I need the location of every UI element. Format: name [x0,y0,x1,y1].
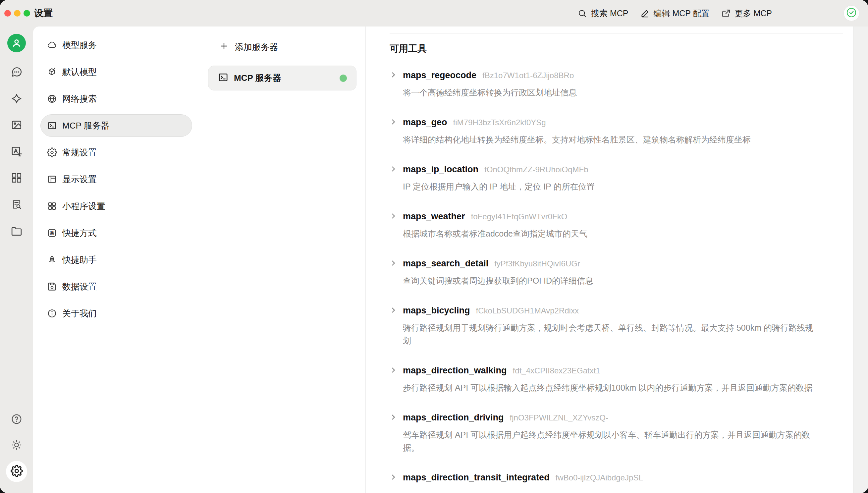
svg-text:⌘: ⌘ [49,230,55,236]
document-search-icon [10,198,23,212]
tool-row[interactable]: maps_direction_walking fdt_4xCPII8ex23EG… [390,364,843,394]
tool-id: fwBo0-ijIzQJAibdgeJpSL [556,471,643,485]
chevron-right-icon[interactable] [390,115,403,146]
help-icon [10,413,23,426]
translate-icon [10,146,23,159]
tool-id: fCkoLbSUDGH1MAvp2Rdixx [476,304,579,317]
sidebar-item-data[interactable]: 数据设置 [40,275,192,298]
edit-icon [641,9,649,18]
rocket-icon [47,255,57,265]
chevron-right-icon[interactable] [390,210,403,240]
rail-item-assistant[interactable] [10,92,23,106]
sidebar-item-web-search[interactable]: 网络搜索 [40,87,192,110]
sidebar-item-shortcuts[interactable]: ⌘ 快捷方式 [40,222,192,244]
sidebar-item-mcp-servers[interactable]: MCP 服务器 [40,114,192,137]
tool-id: fjnO3FPWILZNL_XZYvszQ- [510,411,608,424]
close-button[interactable] [4,10,11,17]
tool-name: maps_geo [403,115,447,129]
tool-row[interactable]: maps_search_detail fyPf3fKbyu8itHQivI6UG… [390,257,843,287]
server-status-dot [340,74,347,82]
scrollbar-track[interactable] [853,26,868,493]
sidebar-item-general[interactable]: 常规设置 [40,141,192,164]
tools-list: maps_regeocode fBz1o7W1ot1-6ZJijo8BRo 将一… [390,69,843,488]
sidebar-item-miniapps[interactable]: 小程序设置 [40,195,192,217]
mcp-server-card[interactable]: MCP 服务器 [208,66,356,90]
brightness-icon [10,439,23,452]
folder-icon [10,225,23,239]
tool-id: fdt_4xCPII8ex23EGatxt1 [513,364,600,378]
gear-icon [47,147,57,157]
plus-icon [220,42,228,53]
terminal-icon [218,72,229,84]
edit-mcp-config-button[interactable]: 编辑 MCP 配置 [641,8,710,19]
more-mcp-button[interactable]: 更多 MCP [721,8,772,19]
settings-menu: 模型服务 默认模型 网络搜索 MCP 服务器 常规设置 显示设置 [33,26,199,493]
status-badge[interactable] [844,6,859,21]
settings-panel: 模型服务 默认模型 网络搜索 MCP 服务器 常规设置 显示设置 [33,26,868,493]
zoom-button[interactable] [23,10,30,17]
available-tools-title: 可用工具 [390,42,843,55]
tool-name: maps_ip_location [403,163,478,176]
tool-id: fyPf3fKbyu8itHQivI6UGr [494,257,580,270]
tool-id: fiM79H3bzTsXr6n2kf0YSg [453,116,546,129]
add-server-button[interactable]: 添加服务器 [208,38,356,56]
rail-item-images[interactable] [10,119,23,132]
rail-item-translate[interactable] [10,146,23,159]
grid-icon [10,172,23,185]
tool-name: maps_bicycling [403,304,470,317]
tool-description: 步行路径规划 API 可以根据输入起点终点经纬度坐标规划100km 以内的步行通… [403,381,817,394]
chevron-right-icon[interactable] [390,257,403,287]
tool-row[interactable]: maps_direction_transit_integrated fwBo0-… [390,471,843,488]
search-icon [578,9,587,18]
rail-item-settings[interactable] [6,461,27,482]
minimize-button[interactable] [14,10,21,17]
tool-row[interactable]: maps_geo fiM79H3bzTsXr6n2kf0YSg 将详细的结构化地… [390,115,843,146]
tool-row[interactable]: maps_ip_location fOnOQfhmZZ-9RUhoiOqMFb … [390,163,843,193]
titlebar: 设置 搜索 MCP 编辑 MCP 配置 更多 MCP [0,0,868,26]
save-icon [47,282,57,292]
chevron-right-icon[interactable] [390,163,403,193]
tool-description: 骑行路径规划用于规划骑行通勤方案，规划时会考虑天桥、单行线、封路等情况。最大支持… [403,321,817,347]
tool-name: maps_regeocode [403,69,476,82]
chevron-right-icon[interactable] [390,304,403,347]
nav-rail [0,26,33,493]
tool-row[interactable]: maps_weather foFegyI41EfqGnWTvr0FkO 根据城市… [390,210,843,240]
server-name: MCP 服务器 [234,72,281,84]
tool-row[interactable]: maps_bicycling fCkoLbSUDGH1MAvp2Rdixx 骑行… [390,304,843,347]
tool-name: maps_direction_walking [403,364,507,377]
tool-name: maps_search_detail [403,257,488,270]
sidebar-item-about[interactable]: 关于我们 [40,302,192,325]
tool-description: 驾车路径规划 API 可以根据用户起终点经纬度坐标规划以小客车、轿车通勤出行的方… [403,428,817,454]
rail-item-theme[interactable] [10,439,23,452]
globe-icon [47,94,57,104]
rail-item-knowledge[interactable] [10,198,23,212]
cube-icon [47,67,57,77]
tool-row[interactable]: maps_regeocode fBz1o7W1ot1-6ZJijo8BRo 将一… [390,69,843,99]
window-title: 设置 [34,0,53,26]
chevron-right-icon[interactable] [390,364,403,394]
sidebar-item-model-services[interactable]: 模型服务 [40,34,192,56]
chevron-right-icon[interactable] [390,471,403,488]
tool-id: fOnOQfhmZZ-9RUhoiOqMFb [484,163,588,176]
info-icon [47,308,57,318]
check-circle-icon [845,7,858,20]
rail-item-help[interactable] [10,413,23,426]
chevron-right-icon[interactable] [390,411,403,454]
sidebar-item-quick-assistant[interactable]: 快捷助手 [40,249,192,271]
sidebar-item-display[interactable]: 显示设置 [40,168,192,191]
sidebar-item-default-models[interactable]: 默认模型 [40,61,192,83]
tool-description: 查询关键词搜或者周边搜获取到的POI ID的详细信息 [403,274,817,287]
settings-gear-icon [10,465,23,478]
rail-item-apps[interactable] [10,172,23,185]
chevron-right-icon[interactable] [390,69,403,99]
tool-row[interactable]: maps_direction_driving fjnO3FPWILZNL_XZY… [390,411,843,454]
avatar[interactable] [7,34,26,52]
rail-item-files[interactable] [10,225,23,239]
traffic-lights [4,10,30,17]
sparkle-icon [10,92,23,106]
search-mcp-button[interactable]: 搜索 MCP [578,8,628,19]
tool-description: 将一个高德经纬度坐标转换为行政区划地址信息 [403,86,817,99]
tool-name: maps_weather [403,210,465,223]
rail-item-chat[interactable] [10,66,23,80]
tool-description: 根据城市名称或者标准adcode查询指定城市的天气 [403,227,817,240]
